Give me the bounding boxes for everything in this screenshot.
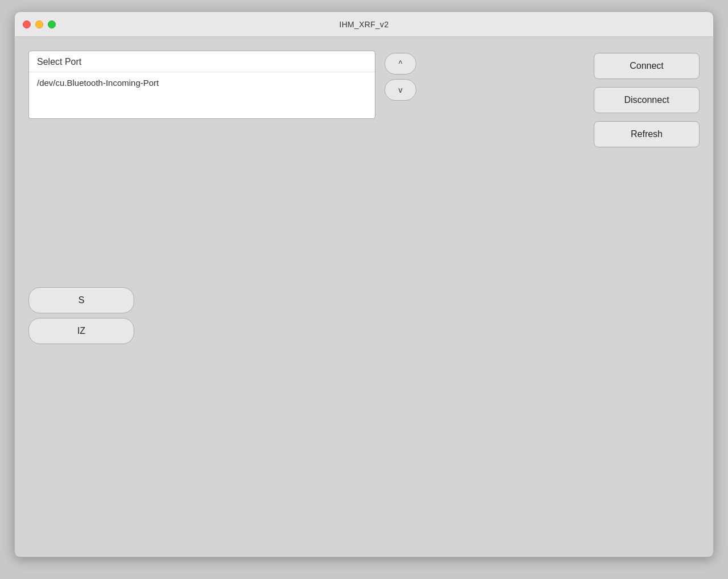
connect-button[interactable]: Connect	[594, 53, 700, 79]
action-buttons: Connect Disconnect Refresh	[594, 53, 700, 147]
close-button[interactable]	[23, 20, 31, 28]
port-list-item[interactable]: /dev/cu.Bluetooth-Incoming-Port	[29, 72, 375, 93]
minimize-button[interactable]	[35, 20, 43, 28]
title-bar: IHM_XRF_v2	[15, 12, 713, 37]
bottom-buttons: S IZ	[28, 287, 134, 344]
window-title: IHM_XRF_v2	[339, 20, 388, 29]
scroll-up-button[interactable]: ^	[384, 53, 416, 75]
port-list[interactable]: Select Port /dev/cu.Bluetooth-Incoming-P…	[28, 51, 375, 119]
traffic-lights	[23, 20, 56, 28]
disconnect-button[interactable]: Disconnect	[594, 87, 700, 113]
main-window: IHM_XRF_v2 Select Port /dev/cu.Bluetooth…	[14, 11, 714, 557]
iz-button[interactable]: IZ	[28, 318, 134, 344]
top-row: Select Port /dev/cu.Bluetooth-Incoming-P…	[28, 51, 700, 147]
arrow-buttons: ^ v	[384, 53, 416, 101]
refresh-button[interactable]: Refresh	[594, 121, 700, 147]
scroll-down-button[interactable]: v	[384, 79, 416, 101]
s-button[interactable]: S	[28, 287, 134, 313]
port-list-header: Select Port	[29, 51, 375, 72]
maximize-button[interactable]	[48, 20, 56, 28]
content-area: Select Port /dev/cu.Bluetooth-Incoming-P…	[15, 37, 713, 161]
